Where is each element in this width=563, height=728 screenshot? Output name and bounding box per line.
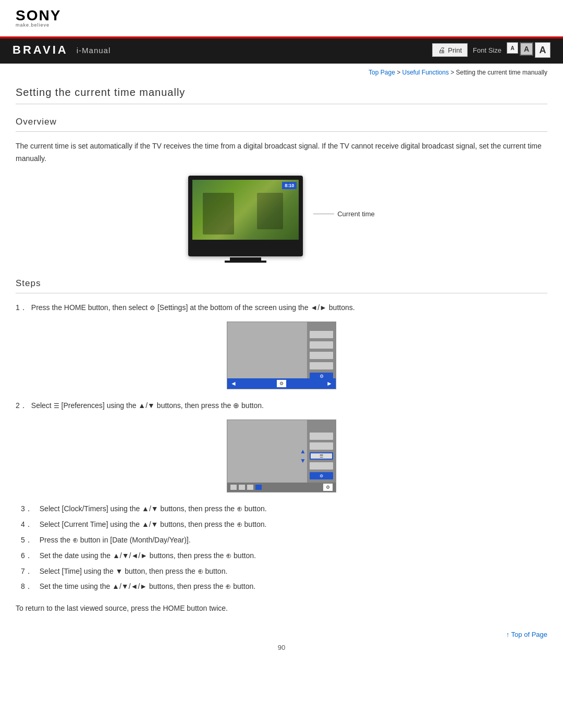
- breadcrumb-current: Setting the current time manually: [456, 69, 547, 76]
- tv-mockup: 8:10: [188, 176, 303, 263]
- nav-arrow-left: ◄: [230, 380, 237, 387]
- font-size-label: Font Size: [473, 46, 501, 54]
- menu2-sidebar: ☰ ⚙: [307, 420, 336, 492]
- step-5: 5． Press the ⊕ button in [Date (Month/Da…: [16, 534, 547, 547]
- dot-1: [230, 485, 237, 490]
- main-content: Setting the current time manually Overvi…: [0, 81, 563, 683]
- steps-section: Steps 1． Press the HOME button, then sel…: [16, 278, 547, 614]
- overview-heading: Overview: [16, 117, 547, 132]
- breadcrumb: Top Page > Useful Functions > Setting th…: [0, 64, 563, 81]
- tv-base: [225, 261, 266, 263]
- tv-time-badge: 8:10: [282, 182, 297, 189]
- breadcrumb-useful-functions[interactable]: Useful Functions: [402, 69, 449, 76]
- menu2-item-1: [310, 433, 333, 440]
- dot-2: [239, 485, 245, 490]
- nav-icon-right: ⚙: [277, 380, 286, 387]
- sony-logo: SONY make.believe: [16, 8, 61, 28]
- step-2-text: Select ☰ [Preferences] using the ▲/▼ but…: [31, 400, 547, 411]
- breadcrumb-sep1: >: [395, 69, 402, 76]
- header-right: 🖨 Print Font Size A A A: [432, 42, 550, 58]
- printer-icon: 🖨: [438, 46, 445, 54]
- page-title: Setting the current time manually: [16, 87, 547, 104]
- sony-tagline: make.believe: [16, 23, 61, 28]
- dot-4-selected: [255, 485, 262, 490]
- step-1-number: 1．: [16, 302, 27, 313]
- menu2-item-4: [310, 462, 333, 470]
- menu-mockup-2-container: ☰ ⚙ ▲ ▼ ⚙: [16, 419, 547, 492]
- step-4: 4． Select [Current Time] using the ▲/▼ b…: [16, 519, 547, 531]
- step-2: 2． Select ☰ [Preferences] using the ▲/▼ …: [16, 400, 547, 411]
- arrow-up-icon: ▲: [300, 448, 306, 455]
- top-of-page: ↑ Top of Page: [16, 630, 547, 638]
- menu-mockup-1-container: ⚙ ◄ ⚙ ►: [16, 322, 547, 389]
- dot-3: [247, 485, 253, 490]
- header-bar: BRAVIA i-Manual 🖨 Print Font Size A A A: [0, 36, 563, 64]
- menu2-settings-icon: ⚙: [310, 472, 333, 479]
- nav-arrow-right: ►: [326, 380, 333, 387]
- breadcrumb-sep2: >: [449, 69, 456, 76]
- current-time-line: [313, 214, 334, 214]
- sony-logo-text: SONY: [16, 8, 61, 23]
- tv-screen: 8:10: [192, 180, 299, 240]
- menu-bar-3: [310, 352, 333, 359]
- menu-bar-1: [310, 331, 333, 338]
- menu2-item-2: [310, 442, 333, 450]
- step-1-text: Press the HOME button, then select ⚙ [Se…: [31, 302, 547, 313]
- current-time-text: Current time: [337, 210, 375, 218]
- top-of-page-link[interactable]: ↑ Top of Page: [506, 631, 547, 638]
- imanual-text: i-Manual: [77, 46, 111, 55]
- step-2-number: 2．: [16, 400, 27, 411]
- menu-mockup-2: ☰ ⚙ ▲ ▼ ⚙: [227, 419, 336, 492]
- steps-heading: Steps: [16, 278, 547, 293]
- steps-3-8-list: 3． Select [Clock/Timers] using the ▲/▼ b…: [16, 503, 547, 593]
- menu-mockup-1: ⚙ ◄ ⚙ ►: [227, 322, 336, 389]
- menu2-arrows: ▲ ▼: [300, 420, 306, 492]
- menu2-bottom: ⚙: [227, 483, 336, 492]
- step-1: 1． Press the HOME button, then select ⚙ …: [16, 302, 547, 313]
- font-medium-button[interactable]: A: [520, 42, 533, 56]
- page-number: 90: [16, 644, 547, 662]
- arrow-down-icon: ▼: [300, 457, 306, 464]
- menu-bar-4: [310, 362, 333, 369]
- step-8: 8． Set the time using the ▲/▼/◄/► button…: [16, 581, 547, 593]
- print-label: Print: [448, 46, 462, 54]
- step-6: 6． Set the date using the ▲/▼/◄/► button…: [16, 550, 547, 562]
- font-large-button[interactable]: A: [535, 42, 550, 58]
- overview-text: The current time is set automatically if…: [16, 140, 547, 165]
- bottom-dots: [230, 485, 262, 490]
- font-small-button[interactable]: A: [507, 42, 518, 54]
- tv-image-area: 8:10 Current time: [16, 176, 547, 263]
- bottom-icon: ⚙: [323, 484, 333, 491]
- return-text: To return to the last viewed source, pre…: [16, 602, 547, 614]
- current-time-label: Current time: [313, 210, 375, 218]
- print-button[interactable]: 🖨 Print: [432, 43, 468, 57]
- menu2-item-3-active: ☰: [310, 452, 333, 460]
- breadcrumb-top-page[interactable]: Top Page: [369, 69, 395, 76]
- tv-frame: 8:10: [188, 176, 303, 256]
- font-size-buttons: A A A: [507, 42, 550, 58]
- nav-arrow-bar-1: ◄ ⚙ ►: [227, 378, 336, 389]
- bravia-logo: BRAVIA: [13, 43, 68, 57]
- menu-bar-2: [310, 341, 333, 349]
- step-3: 3． Select [Clock/Timers] using the ▲/▼ b…: [16, 503, 547, 515]
- step-7: 7． Select [Time] using the ▼ button, the…: [16, 565, 547, 578]
- top-bar: SONY make.believe: [0, 0, 563, 36]
